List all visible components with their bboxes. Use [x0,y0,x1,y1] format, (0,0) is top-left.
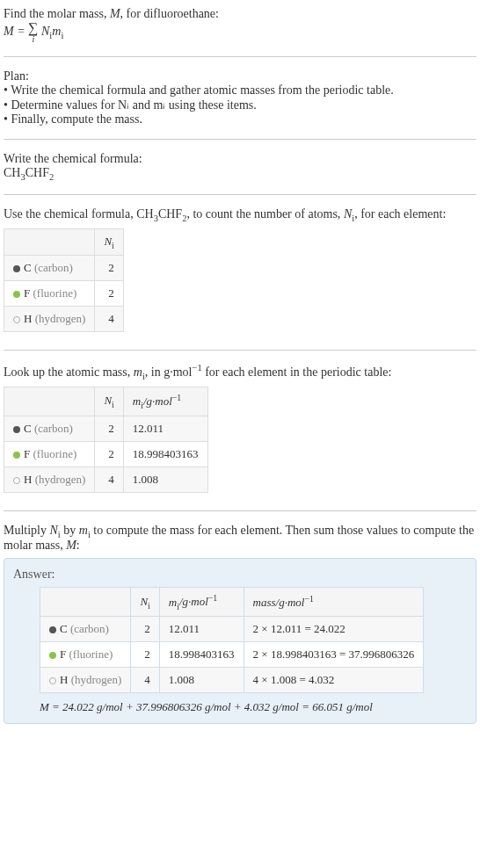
divider [4,139,476,140]
element-dot-icon [13,265,20,272]
col-n: Ni [95,387,123,416]
element-dot-icon [13,477,20,484]
answer-content: Ni mi/g·mol−1 mass/g·mol−1 C (carbon) 2 … [13,587,467,714]
table-row: F (fluorine) 2 [4,281,124,307]
element-dot-icon [13,316,20,323]
divider [4,350,476,351]
col-n: Ni [131,588,159,617]
col-m: mi/g·mol−1 [123,387,207,416]
divider [4,510,476,511]
plan-list: • Write the chemical formula and gather … [4,83,476,127]
step-mass: Look up the atomic mass, mi, in g·mol−1 … [4,359,476,501]
answer-table: Ni mi/g·mol−1 mass/g·mol−1 C (carbon) 2 … [40,587,424,693]
count-table: Ni C (carbon) 2 F (fluorine) 2 H (hydrog… [4,228,124,333]
step-multiply: Multiply Ni by mi to compute the mass fo… [4,520,476,728]
intro: Find the molar mass, M, for difluoroetha… [4,4,476,47]
table-row: F (fluorine) 2 18.998403163 2 × 18.99840… [40,642,424,668]
col-mass: mass/g·mol−1 [244,588,424,617]
element-dot-icon [49,677,56,684]
mass-table: Ni mi/g·mol−1 C (carbon) 2 12.011 F (flu… [4,387,208,493]
element-dot-icon [13,426,20,433]
element-dot-icon [13,291,20,298]
chemical-formula: CH3CHF2 [4,166,476,182]
step-formula-heading: Write the chemical formula: [4,152,476,166]
step-formula: Write the chemical formula: CH3CHF2 [4,148,476,185]
col-element [40,588,131,617]
element-dot-icon [13,452,20,459]
answer-box: Answer: Ni mi/g·mol−1 mass/g·mol−1 C (ca… [4,558,476,724]
step-mass-heading: Look up the atomic mass, mi, in g·mol−1 … [4,363,476,380]
plan-item: • Finally, compute the mass. [4,112,476,127]
divider [4,56,476,57]
plan: Plan: • Write the chemical formula and g… [4,66,476,130]
step-count: Use the chemical formula, CH3CHF2, to co… [4,204,476,341]
step-multiply-heading: Multiply Ni by mi to compute the mass fo… [4,524,476,553]
col-element [4,387,95,416]
element-dot-icon [49,626,56,633]
intro-equation: M = ∑i Nimi [4,21,476,44]
table-row: C (carbon) 2 12.011 2 × 12.011 = 24.022 [40,617,424,642]
plan-item: • Determine values for Nᵢ and mᵢ using t… [4,98,476,112]
table-row: H (hydrogen) 4 1.008 [4,467,208,492]
table-row: C (carbon) 2 12.011 [4,416,208,441]
plan-heading: Plan: [4,69,476,83]
intro-line: Find the molar mass, M, for difluoroetha… [4,7,476,21]
divider [4,194,476,195]
col-n: Ni [95,228,123,256]
answer-label: Answer: [13,568,467,582]
plan-item: • Write the chemical formula and gather … [4,83,476,98]
table-row: F (fluorine) 2 18.998403163 [4,441,208,467]
table-row: H (hydrogen) 4 1.008 4 × 1.008 = 4.032 [40,668,424,693]
step-count-heading: Use the chemical formula, CH3CHF2, to co… [4,207,476,223]
element-dot-icon [49,652,56,659]
table-row: C (carbon) 2 [4,256,124,281]
col-m: mi/g·mol−1 [159,588,244,617]
final-result: M = 24.022 g/mol + 37.996806326 g/mol + … [40,700,467,714]
col-element [4,228,95,256]
table-row: H (hydrogen) 4 [4,307,124,332]
